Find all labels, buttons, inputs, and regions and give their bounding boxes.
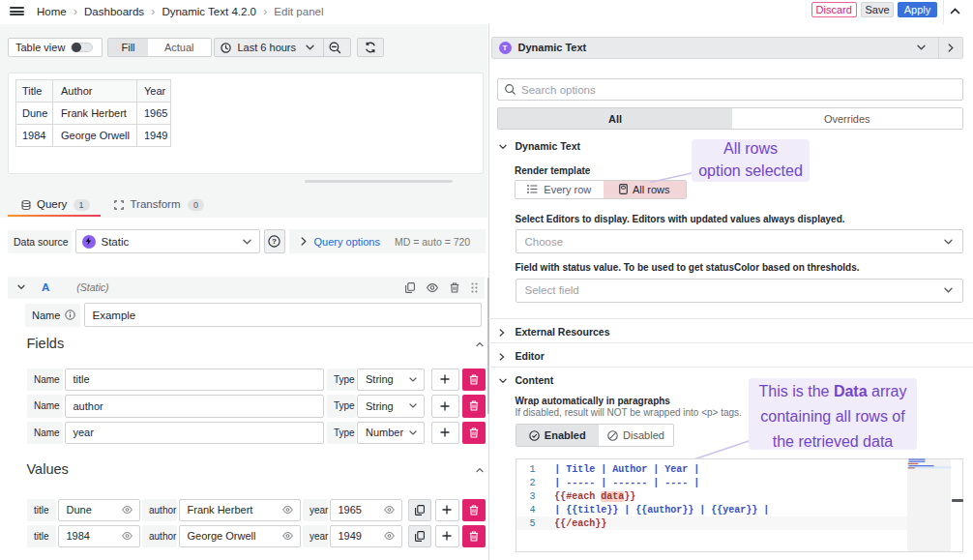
svg-text:?: ? [272,237,277,246]
